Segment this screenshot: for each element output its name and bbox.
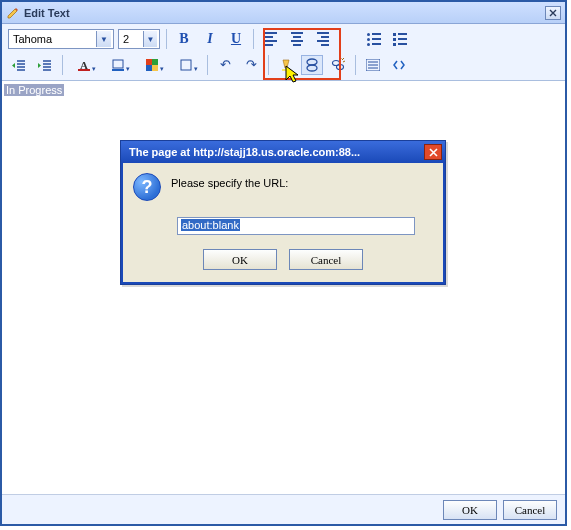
- chevron-down-icon: ▼: [143, 31, 157, 47]
- prompt-close-button[interactable]: [424, 144, 442, 160]
- highlight-button[interactable]: [275, 55, 297, 75]
- bullet-list-button[interactable]: [363, 29, 385, 49]
- font-size-value: 2: [123, 33, 143, 45]
- bg-color-button[interactable]: [103, 55, 133, 75]
- separator: [166, 29, 167, 49]
- prompt-titlebar: The page at http://stajj18.us.oracle.com…: [121, 141, 445, 163]
- separator: [355, 55, 356, 75]
- prompt-body: ? Please specify the URL: about:blank OK…: [121, 163, 445, 284]
- prompt-title-text: The page at http://stajj18.us.oracle.com…: [129, 146, 360, 158]
- swatch-icon: [146, 59, 158, 71]
- dialog-footer: OK Cancel: [2, 494, 565, 524]
- align-center-button[interactable]: [286, 29, 308, 49]
- pencil-icon: [6, 6, 20, 20]
- link-icon: [305, 58, 319, 72]
- italic-button[interactable]: I: [199, 29, 221, 49]
- bold-button[interactable]: B: [173, 29, 195, 49]
- outdent-icon: [12, 59, 26, 71]
- unlink-button[interactable]: [327, 55, 349, 75]
- source-button[interactable]: [388, 55, 410, 75]
- font-size-select[interactable]: 2 ▼: [118, 29, 160, 49]
- url-input[interactable]: about:blank: [177, 217, 415, 235]
- svg-rect-5: [282, 69, 290, 71]
- toolbar: Tahoma ▼ 2 ▼ B I U: [2, 24, 565, 81]
- underline-button[interactable]: U: [225, 29, 247, 49]
- svg-rect-3: [112, 69, 124, 71]
- selected-text: In Progress: [4, 84, 64, 96]
- question-icon: ?: [133, 173, 161, 201]
- outdent-button[interactable]: [8, 55, 30, 75]
- svg-point-7: [307, 65, 317, 71]
- align-center-icon: [291, 32, 303, 46]
- number-list-icon: [393, 33, 407, 46]
- cancel-button[interactable]: Cancel: [503, 500, 557, 520]
- prompt-message: Please specify the URL:: [171, 173, 288, 189]
- dialog-titlebar: Edit Text: [2, 2, 565, 24]
- highlight-icon: [280, 58, 292, 72]
- font-color-icon: A: [78, 59, 90, 71]
- separator: [340, 29, 341, 49]
- align-left-button[interactable]: [260, 29, 282, 49]
- separator: [253, 29, 254, 49]
- chevron-down-icon: ▼: [96, 31, 111, 47]
- font-family-value: Tahoma: [13, 33, 96, 45]
- separator: [62, 55, 63, 75]
- unlink-icon: [331, 58, 345, 72]
- font-color-button[interactable]: A: [69, 55, 99, 75]
- separator: [268, 55, 269, 75]
- svg-rect-4: [181, 60, 191, 70]
- prompt-ok-button[interactable]: OK: [203, 249, 277, 270]
- undo-button[interactable]: ↶: [214, 55, 236, 75]
- align-right-button[interactable]: [312, 29, 334, 49]
- url-input-value: about:blank: [181, 219, 240, 231]
- ok-button[interactable]: OK: [443, 500, 497, 520]
- align-right-icon: [317, 32, 329, 46]
- indent-button[interactable]: [34, 55, 56, 75]
- svg-rect-1: [78, 69, 90, 71]
- prompt-cancel-button[interactable]: Cancel: [289, 249, 363, 270]
- source-icon: [392, 59, 406, 71]
- close-icon: [549, 9, 557, 17]
- select-all-button[interactable]: [362, 55, 384, 75]
- separator: [207, 55, 208, 75]
- insert-object-button[interactable]: [171, 55, 201, 75]
- bullet-list-icon: [367, 33, 381, 46]
- url-prompt-dialog: The page at http://stajj18.us.oracle.com…: [120, 140, 446, 285]
- number-list-button[interactable]: [389, 29, 411, 49]
- select-all-icon: [366, 59, 380, 71]
- close-icon: [429, 148, 438, 157]
- indent-icon: [38, 59, 52, 71]
- bg-color-icon: [112, 59, 124, 71]
- link-button[interactable]: [301, 55, 323, 75]
- svg-rect-2: [113, 60, 123, 68]
- dialog-title: Edit Text: [24, 7, 545, 19]
- color-swatch-button[interactable]: [137, 55, 167, 75]
- redo-button[interactable]: ↷: [240, 55, 262, 75]
- svg-point-9: [337, 65, 344, 70]
- object-icon: [180, 59, 192, 71]
- svg-point-6: [307, 59, 317, 65]
- align-left-icon: [265, 32, 277, 46]
- dialog-close-button[interactable]: [545, 6, 561, 20]
- font-family-select[interactable]: Tahoma ▼: [8, 29, 114, 49]
